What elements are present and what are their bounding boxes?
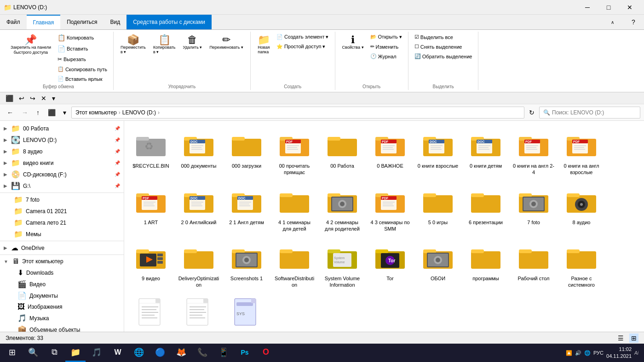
file-item[interactable]: ♻ $RECYCLE.BIN	[128, 124, 174, 179]
copy-path-button[interactable]: 📋Скопировать путь	[55, 65, 109, 74]
file-item[interactable]: DumpStack.log.tmp	[176, 294, 222, 332]
sidebar-item-downloads[interactable]: ⬇ Downloads	[0, 267, 124, 278]
file-item[interactable]: 4 2 семинары для родителей	[319, 181, 365, 236]
sidebar-item-documents[interactable]: 📄 Документы	[0, 290, 124, 301]
rename-button[interactable]: ✏ Переименовать ▾	[206, 33, 246, 52]
properties-button[interactable]: ℹ Свойства ▾	[339, 33, 367, 52]
next-locations-button[interactable]: ▾	[60, 107, 69, 118]
paste-button[interactable]: 📄Вставить	[55, 44, 109, 54]
create-item-button[interactable]: 📄Создать элемент ▾	[274, 33, 331, 41]
search-input[interactable]	[552, 109, 636, 116]
file-item[interactable]: DOC 2 1 Англ детям	[224, 181, 270, 236]
select-all-button[interactable]: ☑Выделить все	[412, 33, 475, 41]
file-item[interactable]: ОБОИ	[415, 237, 461, 292]
sidebar-item-7foto[interactable]: 📁 7 foto	[0, 194, 124, 205]
forward-button[interactable]: →	[18, 107, 31, 118]
taskbar-chrome[interactable]: 🔵	[150, 344, 170, 362]
taskbar-photoshop[interactable]: Ps	[235, 344, 255, 362]
sidebar-item-video[interactable]: 🎬 Видео	[0, 278, 124, 290]
file-item[interactable]: PDF 0 книги на англ 2-4	[511, 124, 557, 179]
tray-expand-icon[interactable]: 🔼	[566, 350, 572, 356]
tray-lang[interactable]: РУС	[593, 350, 604, 356]
sidebar-item-memes[interactable]: 📁 Мемы	[0, 228, 124, 240]
open-button[interactable]: 📂Открыть ▾	[368, 33, 404, 41]
file-item[interactable]: программы	[463, 237, 509, 292]
file-item[interactable]: DeliveryOptimization	[176, 237, 222, 292]
file-item[interactable]: Tor Tor	[367, 237, 413, 292]
taskbar-viber[interactable]: 📱	[213, 344, 234, 362]
deselect-button[interactable]: ☐Снять выделение	[412, 42, 475, 51]
file-item[interactable]: DOC 0 книги взрослые	[415, 124, 461, 179]
copy-button[interactable]: 📋Копировать	[55, 33, 109, 43]
copy-to-button[interactable]: 📋 Копироватьв ▾	[150, 33, 178, 57]
tab-disk-tools[interactable]: Средства работы с дисками	[126, 15, 212, 29]
new-folder-button[interactable]: 📁 Новаяпапка	[254, 33, 273, 57]
move-to-button[interactable]: 📦 Переместитьв ▾	[117, 33, 149, 57]
taskbar-word[interactable]: W	[108, 344, 128, 362]
taskbar-firefox[interactable]: 🦊	[171, 344, 191, 362]
recent-locations-button[interactable]: ⬛	[45, 107, 59, 118]
ribbon-help-icon[interactable]: ?	[623, 15, 644, 29]
delete-button[interactable]: 🗑 Удалить ▾	[180, 33, 206, 52]
file-item[interactable]: 8 аудио	[558, 181, 604, 236]
ribbon-minimize-icon[interactable]: ∧	[602, 15, 623, 29]
sidebar-item-camera-summer[interactable]: 📁 Camera лето 21	[0, 217, 124, 228]
file-item[interactable]: DumpStack.log	[128, 294, 174, 332]
maximize-button[interactable]: □	[598, 0, 619, 15]
file-item[interactable]: PDF 00 прочитать прямщас	[271, 124, 317, 179]
file-item[interactable]: DOC 2 0 Английский	[176, 181, 222, 236]
taskbar-edge[interactable]: 🌐	[129, 344, 149, 362]
file-item[interactable]: Рабочий стол	[511, 237, 557, 292]
up-button[interactable]: ↑	[33, 107, 43, 118]
tab-home[interactable]: Главная	[27, 15, 61, 29]
file-item[interactable]: 5 0 игры	[415, 181, 461, 236]
paste-shortcut-button[interactable]: 📄Вставить ярлык	[55, 74, 109, 83]
file-item[interactable]: System Volume System Volume Information	[319, 237, 365, 292]
file-item[interactable]: PDF 0 ВАЖНОЕ	[367, 124, 413, 179]
search-box[interactable]: 🔍	[539, 107, 640, 119]
taskbar-file-explorer[interactable]: 📁	[65, 344, 86, 362]
file-item[interactable]: Разное с системного	[558, 237, 604, 292]
sidebar-item-lenovo-d[interactable]: ▶ 💽 LENOVO (D:) 📌	[0, 134, 124, 146]
taskbar-opera[interactable]: O	[256, 344, 276, 362]
taskbar-vlc[interactable]: 🎵	[86, 344, 107, 362]
icon-view-button[interactable]: ⊞	[629, 334, 638, 343]
pin-quick-access-button[interactable]: 📌 Закрепить на панелибыстрого доступа	[7, 33, 54, 57]
sidebar-item-8-audio[interactable]: ▶ 📁 8 аудио 📌	[0, 146, 124, 157]
sidebar-item-3d-objects[interactable]: 📦 Объемные объекты	[0, 324, 124, 332]
start-button[interactable]: ⊞	[2, 344, 22, 362]
back-button[interactable]: ←	[4, 107, 17, 118]
sidebar-item-video-books[interactable]: ▶ 📁 видео книги 📌	[0, 157, 124, 169]
file-item[interactable]: PDF 0 книги на англ взрослые	[558, 124, 604, 179]
file-item[interactable]: Screenshots 1	[224, 237, 270, 292]
close-button[interactable]: ✕	[619, 0, 640, 15]
cut-button[interactable]: ✂Вырезать	[55, 55, 109, 64]
file-item[interactable]: PDF 1 ART	[128, 181, 174, 236]
tab-view[interactable]: Вид	[104, 15, 126, 29]
sidebar-item-onedrive[interactable]: ▶ ☁ OneDrive	[0, 242, 124, 254]
tray-network-icon[interactable]: 🌐	[584, 350, 591, 356]
file-item[interactable]: SoftwareDistribution	[271, 237, 317, 292]
tab-share[interactable]: Поделиться	[60, 15, 104, 29]
easy-access-button[interactable]: ⭐Простой доступ ▾	[274, 42, 331, 51]
qa-more[interactable]: ▾	[50, 94, 57, 103]
breadcrumb-computer[interactable]: Этот компьютер	[75, 109, 117, 116]
qa-undo[interactable]: ↩	[17, 94, 26, 103]
task-view-button[interactable]: ⧉	[44, 344, 64, 362]
breadcrumb[interactable]: Этот компьютер › LENOVO (D:) ›	[71, 107, 524, 119]
tab-file[interactable]: Файл	[0, 15, 27, 29]
sidebar-item-g[interactable]: ▶ 💾 G:\ 📌	[0, 180, 124, 192]
sidebar-item-00-rabota[interactable]: ▶ 📁 00 Работа 📌	[0, 123, 124, 134]
file-item[interactable]: 9 видео	[128, 237, 174, 292]
qa-properties[interactable]: ⬛	[4, 94, 15, 103]
file-item[interactable]: DOC 0 книги детям	[463, 124, 509, 179]
tray-volume-icon[interactable]: 🔊	[575, 350, 581, 356]
sidebar-item-music[interactable]: 🎵 Музыка	[0, 312, 124, 324]
history-button[interactable]: 🕐Журнал	[368, 52, 404, 61]
taskbar-clock[interactable]: 11:02 04.11.2021	[606, 346, 632, 360]
list-view-button[interactable]: ☰	[616, 334, 626, 343]
file-item[interactable]: 7 foto	[511, 181, 557, 236]
taskbar-skype[interactable]: 📞	[192, 344, 213, 362]
file-item[interactable]: SYS pagefile.sys	[224, 294, 270, 332]
file-item[interactable]: 000 загрузки	[224, 124, 270, 179]
